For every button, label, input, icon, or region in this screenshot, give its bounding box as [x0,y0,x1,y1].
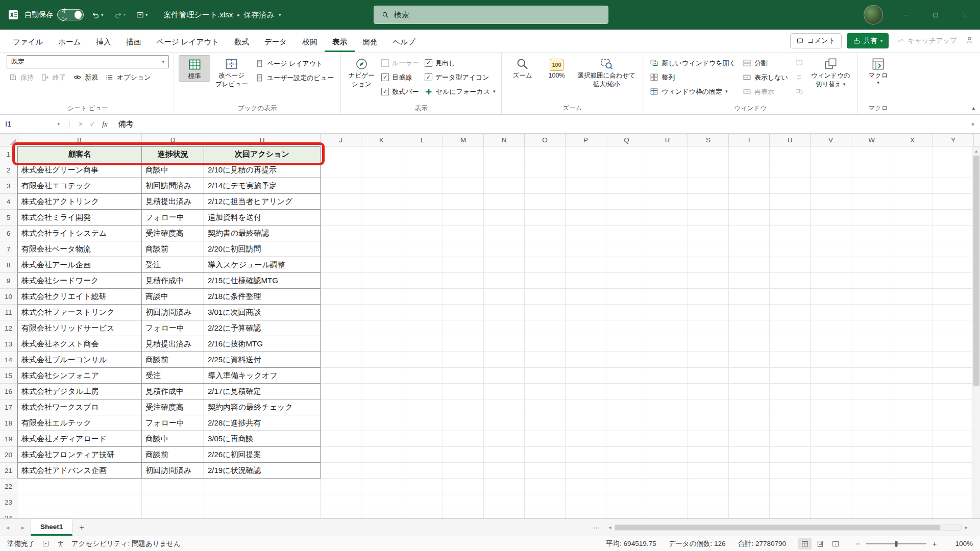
minimize-button[interactable] [891,0,921,30]
cell-M5[interactable] [443,210,484,226]
cell-K24[interactable] [361,510,402,518]
cell-W12[interactable] [851,320,892,336]
cell-Y18[interactable] [933,415,974,431]
cell-U14[interactable] [770,352,811,368]
row-header-8[interactable]: 8 [0,257,17,273]
cell-V21[interactable] [811,463,851,479]
cell-K18[interactable] [361,415,402,431]
cell-P12[interactable] [566,320,606,336]
cell-S8[interactable] [688,257,729,273]
ribbon-tab-校閲[interactable]: 校閲 [295,33,325,52]
cell-U24[interactable] [770,510,811,518]
cell-X8[interactable] [892,257,933,273]
cell-M24[interactable] [443,510,484,518]
cell-J19[interactable] [321,431,361,447]
cell-T19[interactable] [729,431,770,447]
cell-Y7[interactable] [933,241,974,257]
cell-K6[interactable] [361,226,402,241]
cell-L5[interactable] [402,210,443,226]
cell-Q18[interactable] [606,415,647,431]
cell-N6[interactable] [484,226,525,241]
cell-B14[interactable]: 株式会社ブルーコンサル [17,352,142,368]
formula-bar-grip[interactable]: ⋮ [65,115,74,133]
cell-B9[interactable]: 株式会社シードワーク [17,273,142,289]
cell-S5[interactable] [688,210,729,226]
cell-S16[interactable] [688,384,729,399]
cell-S10[interactable] [688,289,729,305]
cell-R23[interactable] [647,494,688,510]
cell-T10[interactable] [729,289,770,305]
zoom-slider-knob[interactable] [895,541,898,547]
cell-J7[interactable] [321,241,361,257]
cell-H18[interactable]: 2/28に進捗共有 [204,415,321,431]
cell-M14[interactable] [443,352,484,368]
cell-U21[interactable] [770,463,811,479]
cell-Y17[interactable] [933,399,974,415]
cell-Q8[interactable] [606,257,647,273]
cell-N8[interactable] [484,257,525,273]
cell-X9[interactable] [892,273,933,289]
row-header-5[interactable]: 5 [0,210,17,226]
cell-Q17[interactable] [606,399,647,415]
cell-O9[interactable] [525,273,566,289]
cell-S4[interactable] [688,194,729,210]
cell-R16[interactable] [647,384,688,399]
column-header-M[interactable]: M [443,134,484,146]
view-side-by-side-button[interactable] [793,56,806,70]
cell-T17[interactable] [729,399,770,415]
cell-H20[interactable]: 2/26に初回提案 [204,447,321,463]
cell-B6[interactable]: 株式会社ライトシステム [17,226,142,241]
cell-M15[interactable] [443,368,484,384]
cell-M18[interactable] [443,415,484,431]
column-header-P[interactable]: P [566,134,606,146]
cell-R11[interactable] [647,305,688,320]
ribbon-tab-ファイル[interactable]: ファイル [5,33,51,52]
scroll-up-icon[interactable]: ▴ [972,146,980,155]
cell-Q12[interactable] [606,320,647,336]
sheet-nav-right-button[interactable]: ▸ [15,524,31,531]
cell-R24[interactable] [647,510,688,518]
cell-P1[interactable] [566,146,606,162]
insert-function-button[interactable]: fx [102,120,108,129]
cell-K5[interactable] [361,210,402,226]
focus-cell-button[interactable]: セルにフォーカス ▾ [423,85,497,98]
cell-V10[interactable] [811,289,851,305]
cell-M17[interactable] [443,399,484,415]
cell-R6[interactable] [647,226,688,241]
column-header-O[interactable]: O [525,134,566,146]
cell-K22[interactable] [361,479,402,494]
cell-P24[interactable] [566,510,606,518]
cell-D14[interactable]: 商談前 [142,352,204,368]
cell-O2[interactable] [525,162,566,178]
cell-R7[interactable] [647,241,688,257]
switch-windows-button[interactable]: ウィンドウの 切り替え▾ [808,55,853,89]
checkbox-ruler[interactable]: ルーラー [380,56,421,70]
cell-P14[interactable] [566,352,606,368]
cell-Q4[interactable] [606,194,647,210]
sheet-view-new-button[interactable]: 新規 [71,70,100,84]
cell-T13[interactable] [729,336,770,352]
cell-D13[interactable]: 見積提出済み [142,336,204,352]
cell-K13[interactable] [361,336,402,352]
ribbon-tab-データ[interactable]: データ [257,33,295,52]
cell-V11[interactable] [811,305,851,320]
cell-L19[interactable] [402,431,443,447]
cell-T22[interactable] [729,479,770,494]
cell-D17[interactable]: 受注確度高 [142,399,204,415]
cell-P9[interactable] [566,273,606,289]
quick-access-button[interactable]: ▾ [133,9,151,21]
cell-Y15[interactable] [933,368,974,384]
cell-N16[interactable] [484,384,525,399]
cell-M6[interactable] [443,226,484,241]
cell-L21[interactable] [402,463,443,479]
column-header-X[interactable]: X [892,134,933,146]
cell-B13[interactable]: 株式会社ネクスト商会 [17,336,142,352]
confirm-entry-button[interactable]: ✓ [89,120,95,128]
cell-W23[interactable] [851,494,892,510]
cell-D1[interactable]: 進捗状況 [142,146,204,162]
cell-J6[interactable] [321,226,361,241]
cell-V4[interactable] [811,194,851,210]
cell-N5[interactable] [484,210,525,226]
column-header-T[interactable]: T [729,134,770,146]
zoom-level[interactable]: 100% [950,540,973,547]
